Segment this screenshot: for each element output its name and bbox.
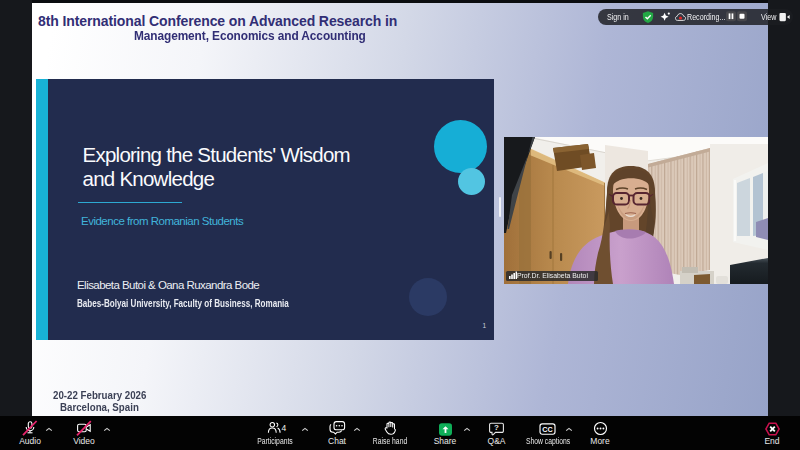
svg-text:CC: CC [542, 425, 552, 434]
svg-text:?: ? [494, 423, 499, 432]
